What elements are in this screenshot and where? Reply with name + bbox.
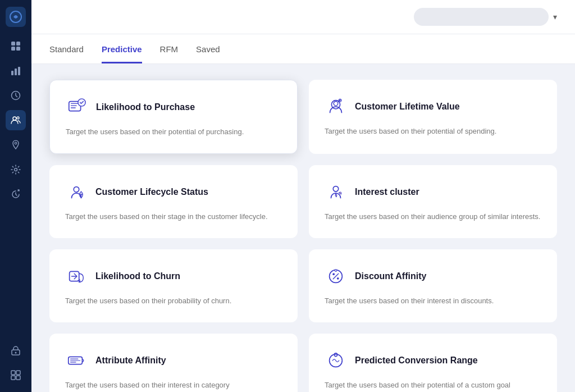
svg-rect-15 bbox=[11, 371, 15, 375]
sidebar-item-clock[interactable] bbox=[6, 85, 26, 106]
card-header: Likelihood to Churn bbox=[65, 265, 282, 288]
discount-affinity-icon bbox=[325, 265, 347, 288]
sidebar-item-analytics[interactable] bbox=[6, 61, 26, 81]
card-description: Target the users based on their potentia… bbox=[325, 126, 541, 137]
svg-rect-7 bbox=[18, 67, 20, 75]
card-title: Likelihood to Purchase bbox=[96, 102, 195, 112]
svg-point-22 bbox=[334, 102, 338, 106]
sidebar-item-settings[interactable] bbox=[6, 159, 26, 180]
svg-rect-18 bbox=[16, 376, 20, 380]
likelihood-purchase-icon bbox=[66, 96, 88, 118]
cards-grid: Likelihood to Purchase Target the users … bbox=[49, 80, 557, 392]
card-attribute-affinity[interactable]: Attribute Affinity Target the users base… bbox=[49, 334, 298, 392]
predicted-conversion-range-icon bbox=[325, 349, 347, 372]
card-customer-lifetime-value[interactable]: Customer Lifetime Value Target the users… bbox=[309, 80, 557, 154]
card-title: Likelihood to Churn bbox=[95, 271, 180, 281]
card-title: Attribute Affinity bbox=[95, 355, 166, 366]
tab-predictive[interactable]: Predictive bbox=[102, 34, 142, 63]
svg-rect-1 bbox=[11, 42, 15, 45]
card-description: Target the users based on their potentia… bbox=[66, 126, 281, 138]
attribute-affinity-icon bbox=[65, 349, 88, 372]
svg-rect-4 bbox=[16, 47, 20, 51]
sidebar-item-grid[interactable] bbox=[6, 365, 26, 385]
svg-point-28 bbox=[332, 274, 335, 276]
sidebar-bottom bbox=[6, 340, 26, 385]
card-title: Customer Lifetime Value bbox=[355, 102, 460, 112]
svg-point-10 bbox=[17, 117, 19, 119]
svg-point-24 bbox=[74, 187, 79, 192]
header-search-bar bbox=[414, 8, 549, 26]
card-customer-lifecycle-status[interactable]: Customer Lifecycle Status Target the use… bbox=[49, 165, 298, 238]
card-header: Attribute Affinity bbox=[65, 349, 282, 372]
sidebar-item-users[interactable] bbox=[6, 110, 26, 130]
sidebar-item-location[interactable] bbox=[6, 135, 26, 155]
card-header: Likelihood to Purchase bbox=[66, 96, 281, 118]
card-discount-affinity[interactable]: Discount Affinity Target the users based… bbox=[309, 249, 557, 322]
svg-rect-5 bbox=[11, 71, 13, 75]
svg-rect-16 bbox=[16, 371, 20, 375]
card-header: Customer Lifetime Value bbox=[325, 95, 541, 118]
card-likelihood-churn[interactable]: Likelihood to Churn Target the users bas… bbox=[49, 249, 298, 322]
sidebar-item-lock[interactable] bbox=[6, 340, 26, 361]
svg-rect-2 bbox=[16, 42, 20, 45]
svg-rect-3 bbox=[11, 47, 15, 51]
card-title: Interest cluster bbox=[355, 187, 419, 197]
card-title: Discount Affinity bbox=[355, 271, 426, 281]
card-description: Target the users based on their probabil… bbox=[65, 295, 282, 307]
card-header: Discount Affinity bbox=[325, 265, 541, 288]
card-description: Target the users based on their interest… bbox=[325, 295, 541, 307]
tab-saved[interactable]: Saved bbox=[196, 34, 220, 63]
header: ▾ bbox=[31, 0, 575, 34]
svg-point-29 bbox=[337, 277, 339, 280]
card-header: Interest cluster bbox=[325, 181, 541, 203]
card-header: Predicted Conversion Range bbox=[325, 349, 541, 372]
content-area: Likelihood to Purchase Target the users … bbox=[31, 64, 575, 392]
card-description: Target the users based on their stage in… bbox=[65, 211, 282, 222]
svg-point-14 bbox=[15, 352, 17, 354]
tab-standard[interactable]: Standard bbox=[49, 34, 84, 63]
likelihood-churn-icon bbox=[65, 265, 88, 288]
svg-point-25 bbox=[333, 186, 338, 192]
sidebar-item-dashboard[interactable] bbox=[6, 36, 26, 56]
svg-point-12 bbox=[15, 168, 17, 171]
svg-point-9 bbox=[13, 117, 16, 120]
card-interest-cluster[interactable]: Interest cluster Target the users based … bbox=[309, 165, 557, 238]
card-description: Target the users based on their interest… bbox=[65, 380, 282, 391]
tab-rfm[interactable]: RFM bbox=[160, 34, 179, 63]
sidebar bbox=[0, 0, 31, 392]
sidebar-item-history[interactable] bbox=[6, 184, 26, 204]
svg-point-11 bbox=[15, 142, 17, 144]
card-likelihood-purchase[interactable]: Likelihood to Purchase Target the users … bbox=[49, 80, 298, 154]
customer-lifecycle-status-icon bbox=[65, 181, 88, 203]
tabs-bar: Standard Predictive RFM Saved bbox=[31, 34, 575, 64]
svg-rect-17 bbox=[11, 376, 15, 380]
card-title: Predicted Conversion Range bbox=[355, 355, 478, 366]
card-title: Customer Lifecycle Status bbox=[95, 187, 208, 197]
card-description: Target the users based on their potentia… bbox=[325, 380, 541, 391]
card-header: Customer Lifecycle Status bbox=[65, 181, 282, 203]
header-chevron-icon[interactable]: ▾ bbox=[553, 12, 557, 21]
card-description: Target the users based on their audience… bbox=[325, 211, 541, 222]
card-predicted-conversion-range[interactable]: Predicted Conversion Range Target the us… bbox=[309, 334, 557, 392]
sidebar-logo[interactable] bbox=[6, 7, 26, 27]
customer-lifetime-value-icon bbox=[325, 95, 347, 118]
svg-rect-6 bbox=[15, 69, 17, 75]
interest-cluster-icon bbox=[325, 181, 347, 203]
main-content: ▾ Standard Predictive RFM Saved bbox=[31, 0, 575, 392]
